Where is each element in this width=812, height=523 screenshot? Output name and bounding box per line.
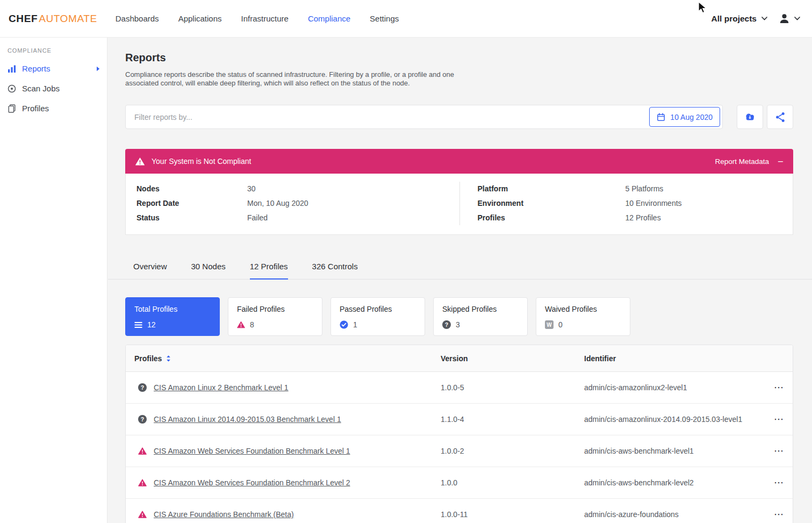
- banner-message: Your System is Not Compliant: [152, 157, 251, 166]
- profile-link[interactable]: CIS Amazon Web Services Foundation Bench…: [154, 478, 350, 487]
- header-label: Profiles: [134, 354, 162, 363]
- navbar-right: All projects: [712, 12, 800, 25]
- card-count: 1: [353, 320, 357, 329]
- profile-identifier: admin/cis-aws-benchmark-level1: [584, 447, 760, 455]
- logo-automate: AUTOMATE: [39, 13, 97, 25]
- noncompliance-banner: Your System is Not Compliant Report Meta…: [125, 149, 793, 174]
- nav-compliance[interactable]: Compliance: [298, 0, 360, 38]
- card-count: 0: [558, 320, 563, 329]
- row-menu-button[interactable]: ⋯: [774, 414, 784, 424]
- sidebar-item-profiles[interactable]: Profiles: [0, 98, 107, 118]
- top-navbar: CHEF AUTOMATE Dashboards Applications In…: [0, 0, 812, 38]
- nav-settings[interactable]: Settings: [360, 0, 408, 38]
- cloud-download-icon: [744, 111, 756, 123]
- table-header-identifier: Identifier: [584, 354, 760, 363]
- page-description: Compliance reports describe the status o…: [125, 70, 459, 88]
- documents-stack-icon: [8, 104, 16, 113]
- tab-overview[interactable]: Overview: [133, 256, 167, 280]
- table-header-version: Version: [441, 354, 584, 363]
- profile-link[interactable]: CIS Amazon Web Services Foundation Bench…: [154, 447, 350, 455]
- nav-applications[interactable]: Applications: [169, 0, 232, 38]
- table-header-profiles[interactable]: Profiles: [134, 354, 441, 363]
- metadata-row: Profiles 12 Profiles: [478, 211, 793, 225]
- tab-controls[interactable]: 326 Controls: [312, 256, 358, 280]
- metadata-label: Platform: [478, 182, 626, 196]
- card-label: Failed Profiles: [237, 305, 313, 313]
- card-failed-profiles[interactable]: Failed Profiles 8: [228, 297, 322, 336]
- profile-link[interactable]: CIS Amazon Linux 2014.09-2015.03 Benchma…: [154, 415, 341, 424]
- filter-row: 10 Aug 2020: [125, 105, 793, 129]
- user-menu[interactable]: [778, 12, 800, 25]
- sidebar-item-reports[interactable]: Reports: [0, 59, 107, 78]
- report-metadata-toggle[interactable]: Report Metadata: [715, 157, 770, 166]
- collapse-icon[interactable]: –: [778, 157, 783, 166]
- profile-identifier: admin/cis-amazonlinux2-level1: [584, 383, 760, 392]
- metadata-label: Status: [136, 211, 247, 225]
- waived-badge-icon: W: [545, 320, 554, 329]
- profile-version: 1.0.0-11: [441, 510, 584, 519]
- tab-profiles[interactable]: 12 Profiles: [250, 256, 288, 280]
- chef-automate-logo[interactable]: CHEF AUTOMATE: [9, 13, 97, 25]
- ellipsis-icon: ⋯: [774, 414, 784, 425]
- triangle-right-icon[interactable]: [96, 66, 100, 71]
- profile-version: 1.0.0-2: [441, 447, 584, 455]
- question-circle-icon: ?: [138, 415, 147, 424]
- sort-icon[interactable]: [166, 355, 171, 362]
- date-picker-button[interactable]: 10 Aug 2020: [649, 107, 720, 127]
- date-label: 10 Aug 2020: [670, 113, 713, 121]
- compliance-sidebar: COMPLIANCE Reports Scan Jobs Profiles: [0, 38, 107, 523]
- metadata-label: Nodes: [136, 182, 247, 196]
- question-circle-icon: ?: [442, 320, 451, 329]
- filter-reports-input[interactable]: [126, 113, 649, 121]
- profile-link[interactable]: CIS Azure Foundations Benchmark (Beta): [154, 510, 294, 519]
- row-menu-button[interactable]: ⋯: [774, 510, 784, 519]
- bar-chart-icon: [8, 65, 16, 73]
- row-menu-button[interactable]: ⋯: [774, 383, 784, 392]
- card-label: Skipped Profiles: [442, 305, 519, 313]
- download-report-button[interactable]: [737, 105, 763, 129]
- list-icon: [134, 321, 142, 329]
- ellipsis-icon: ⋯: [774, 446, 784, 456]
- card-count: 8: [250, 320, 254, 329]
- warning-triangle-icon: [138, 479, 147, 486]
- card-label: Passed Profiles: [340, 305, 416, 313]
- projects-selector[interactable]: All projects: [712, 14, 767, 24]
- metadata-value: 10 Environments: [626, 196, 682, 211]
- profile-version: 1.1.0-4: [441, 415, 584, 424]
- card-skipped-profiles[interactable]: Skipped Profiles ? 3: [433, 297, 528, 336]
- metadata-value: 5 Platforms: [626, 182, 664, 196]
- nav-dashboards[interactable]: Dashboards: [106, 0, 169, 38]
- table-row: ? CIS Amazon Linux 2 Benchmark Level 1 1…: [126, 372, 793, 404]
- metadata-row: Nodes 30: [136, 182, 459, 196]
- card-count: 12: [147, 320, 156, 329]
- table-row: ? CIS Amazon Linux 2014.09-2015.03 Bench…: [126, 404, 793, 435]
- chevron-down-icon: [794, 17, 800, 20]
- ellipsis-icon: ⋯: [774, 382, 784, 393]
- main-content: Reports Compliance reports describe the …: [108, 38, 812, 523]
- sidebar-heading: COMPLIANCE: [0, 47, 107, 54]
- card-total-profiles[interactable]: Total Profiles 12: [125, 297, 220, 336]
- tab-nodes[interactable]: 30 Nodes: [191, 256, 226, 280]
- table-row: ? CIS Azure Foundations Benchmark (Beta)…: [126, 499, 793, 523]
- sidebar-item-label: Profiles: [22, 104, 49, 113]
- metadata-row: Status Failed: [136, 211, 459, 225]
- sidebar-item-label: Reports: [22, 64, 51, 73]
- question-circle-icon: ?: [138, 383, 147, 392]
- metadata-value: 30: [247, 182, 256, 196]
- sidebar-item-scan-jobs[interactable]: Scan Jobs: [0, 78, 107, 98]
- nav-infrastructure[interactable]: Infrastructure: [232, 0, 298, 38]
- card-waived-profiles[interactable]: Waived Profiles W 0: [536, 297, 630, 336]
- profile-version: 1.0.0: [441, 478, 584, 487]
- metadata-row: Environment 10 Environments: [478, 196, 793, 211]
- report-tabs: Overview 30 Nodes 12 Profiles 326 Contro…: [108, 256, 812, 280]
- profile-identifier: admin/cis-azure-foundations: [584, 510, 760, 519]
- row-menu-button[interactable]: ⋯: [774, 478, 784, 488]
- profile-identifier: admin/cis-aws-benchmark-level2: [584, 478, 760, 487]
- share-report-button[interactable]: [767, 105, 793, 129]
- row-menu-button[interactable]: ⋯: [774, 446, 784, 456]
- page-title: Reports: [125, 38, 793, 64]
- profile-link[interactable]: CIS Amazon Linux 2 Benchmark Level 1: [154, 383, 289, 392]
- report-metadata-panel: Nodes 30 Report Date Mon, 10 Aug 2020 St…: [125, 174, 793, 235]
- card-passed-profiles[interactable]: Passed Profiles 1: [330, 297, 425, 336]
- projects-label: All projects: [712, 14, 757, 24]
